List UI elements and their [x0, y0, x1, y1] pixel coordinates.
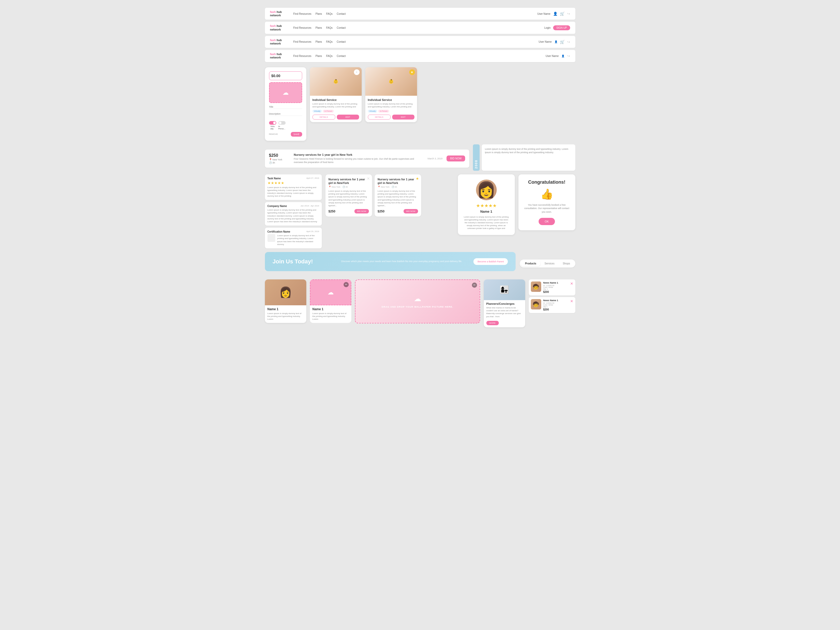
- news-card-2-close[interactable]: ✕: [570, 299, 573, 303]
- service-card-1-favorite[interactable]: +: [354, 69, 360, 75]
- service-card-1-edit-btn[interactable]: EDIT: [337, 115, 359, 120]
- cert-desc: Lorem ipsum is simply dummy text of the …: [277, 234, 319, 246]
- service-card-1-details-btn[interactable]: DETAILS: [313, 115, 335, 120]
- nav3-faqs[interactable]: FAQs: [326, 40, 333, 43]
- nav4-faqs[interactable]: FAQs: [326, 55, 333, 57]
- news-2-img-icon: 🧒: [533, 301, 539, 307]
- tab-shops[interactable]: Shops: [559, 261, 574, 267]
- bid-price: $250: [269, 153, 290, 158]
- nav3-cart-icon[interactable]: 🛒: [560, 40, 564, 44]
- nav-faqs[interactable]: FAQs: [326, 13, 333, 15]
- large-upload-area[interactable]: ✏ ☁ DRAG AND DROP YOUR WALLPAPER PICTURE…: [355, 279, 480, 324]
- nav-logo-3: fash hubnetwork: [270, 39, 288, 45]
- virtual-tag: Virtually: [313, 110, 322, 112]
- inperson-tag: In Person: [323, 110, 334, 112]
- nav2-faqs[interactable]: FAQs: [326, 26, 333, 29]
- year-badge: 2008: [473, 144, 480, 171]
- nav-find-resources[interactable]: Find Resources: [294, 13, 311, 15]
- profile-avatar-icon: 👩: [477, 181, 496, 199]
- nav-links-3: Find Resources Plans FAQs Contact: [294, 40, 538, 43]
- service-description-input[interactable]: [269, 112, 302, 116]
- nav4-plans[interactable]: Plans: [316, 55, 322, 57]
- nav3-logout-icon[interactable]: ↪: [567, 40, 570, 44]
- nav-actions-3: User Name 👤 🛒 ↪: [538, 40, 570, 44]
- news-card-1-image: 🧒: [531, 281, 541, 292]
- profile-stars: ★★★★★: [463, 203, 510, 208]
- service-card-1-desc: Lorem ipsum is simply dummy text of the …: [313, 103, 359, 108]
- news-card-2-image: 🧒: [531, 299, 541, 309]
- nav3-find-resources[interactable]: Find Resources: [294, 40, 311, 43]
- bottom-profile-1: 👩 Name 1 Lorem ipsum is simply dummy tex…: [265, 279, 306, 323]
- pink-upload-area[interactable]: ✏ ☁: [310, 279, 351, 305]
- planner-image: 👩‍👧: [484, 279, 525, 300]
- bottom-profile-1-desc: Lorem ipsum is simply dummy text of the …: [267, 312, 304, 321]
- nav-links: Find Resources Plans FAQs Contact: [294, 13, 537, 15]
- cert-icon: [267, 234, 275, 242]
- service-card-2-edit-btn[interactable]: EDIT: [392, 115, 414, 120]
- nav3-plans[interactable]: Plans: [316, 40, 322, 43]
- news-card-1: 🧒 News Name 1 ID: 12394U30 Color: White …: [529, 279, 575, 295]
- service-card-2-favorite[interactable]: ★: [409, 69, 415, 75]
- nav4-logout-icon[interactable]: ↪: [567, 54, 570, 58]
- pink-profile-name: Name 1: [313, 307, 349, 311]
- nav2-find-resources[interactable]: Find Resources: [294, 26, 311, 29]
- join-title: Join Us Today!: [273, 258, 336, 265]
- nav-contact[interactable]: Contact: [337, 13, 346, 15]
- become-parent-button[interactable]: Become a Baldish Parent: [474, 258, 508, 265]
- resume-cert-card: Certification Name April 29, 2019 Lorem …: [265, 228, 322, 248]
- job-card-1-favorite[interactable]: ✕: [367, 177, 370, 181]
- logout-icon[interactable]: ↪: [567, 12, 570, 16]
- tab-services[interactable]: Services: [540, 261, 559, 267]
- pink-profile-desc: Lorem ipsum is simply dummy text of the …: [313, 312, 349, 321]
- news-card-2-title: News Name 1: [543, 299, 568, 302]
- job-card-1-bid-btn[interactable]: BID NOW: [354, 209, 369, 213]
- upload-label: DRAG AND DROP YOUR WALLPAPER PICTURE HER…: [382, 306, 453, 308]
- cart-icon[interactable]: 🛒: [560, 12, 564, 16]
- bottom-profile-1-image: 👩: [265, 279, 306, 305]
- news-card-1-price: $200: [543, 291, 568, 294]
- virtual-toggle[interactable]: Virtually: [269, 121, 276, 130]
- nav4-contact[interactable]: Contact: [337, 55, 346, 57]
- nav-links-2: Find Resources Plans FAQs Contact: [294, 26, 544, 29]
- bottom-profile-1-name: Name 1: [267, 307, 304, 311]
- service-title-input[interactable]: [269, 105, 302, 109]
- pink-card-edit-icon[interactable]: ✏: [344, 282, 349, 287]
- nav-actions-2: Login SIGN UP: [544, 25, 570, 30]
- tab-products[interactable]: Products: [521, 261, 540, 267]
- bid-location: 📍 New York: [269, 158, 290, 161]
- planner-more-button[interactable]: MORE: [486, 321, 499, 325]
- news-card-1-close[interactable]: ✕: [570, 281, 573, 286]
- nav2-plans[interactable]: Plans: [316, 26, 322, 29]
- nav-plans[interactable]: Plans: [316, 13, 322, 15]
- nav4-username: User Name: [546, 55, 559, 57]
- virtual-tag-2: Virtually: [368, 110, 377, 112]
- large-upload-edit-icon[interactable]: ✏: [472, 283, 477, 288]
- service-card-2-details-btn[interactable]: DETAILS: [368, 115, 391, 120]
- planner-card: 👩‍👧 Planners/Concierges What new mama or…: [484, 279, 525, 327]
- nav-links-4: Find Resources Plans FAQs Contact: [294, 55, 546, 57]
- bid-description: Four Seasons Hotel Firenze is looking fo…: [294, 157, 415, 164]
- nav4-find-resources[interactable]: Find Resources: [294, 55, 311, 57]
- congrats-ok-button[interactable]: OK: [538, 218, 555, 225]
- tabs-widget: Products Services Shops: [520, 259, 575, 267]
- inperson-toggle[interactable]: InPerso...: [278, 121, 286, 130]
- nav-logo: fash hubnetwork: [270, 10, 288, 17]
- service-upload-area[interactable]: ☁: [269, 82, 302, 103]
- planner-title: Planners/Concierges: [486, 302, 523, 305]
- signup-button[interactable]: SIGN UP: [553, 25, 570, 30]
- nav2-contact[interactable]: Contact: [337, 26, 346, 29]
- job-card-2-bid-btn[interactable]: BID NOW: [404, 209, 418, 213]
- login-button[interactable]: Login: [544, 26, 551, 29]
- nav3-contact[interactable]: Contact: [337, 40, 346, 43]
- bid-now-button[interactable]: BID NOW: [447, 155, 465, 161]
- job-card-1-desc: Lorem ipsum is simply dummy text of the …: [328, 189, 369, 207]
- remove-button[interactable]: REMOVE: [269, 133, 278, 135]
- baby-photo-icon-2: 👶: [388, 79, 394, 84]
- nav-logo-4: fash hubnetwork: [270, 52, 288, 59]
- service-card-2-title: Individual Service: [368, 98, 414, 101]
- job-card-2-favorite[interactable]: ★: [416, 177, 419, 181]
- service-card-1-image: 👶 +: [310, 67, 362, 96]
- task-name: Task Name: [267, 177, 281, 180]
- congrats-card: Congratulations! 👍 You have successfully…: [518, 174, 575, 231]
- save-button[interactable]: SAVE: [291, 132, 302, 137]
